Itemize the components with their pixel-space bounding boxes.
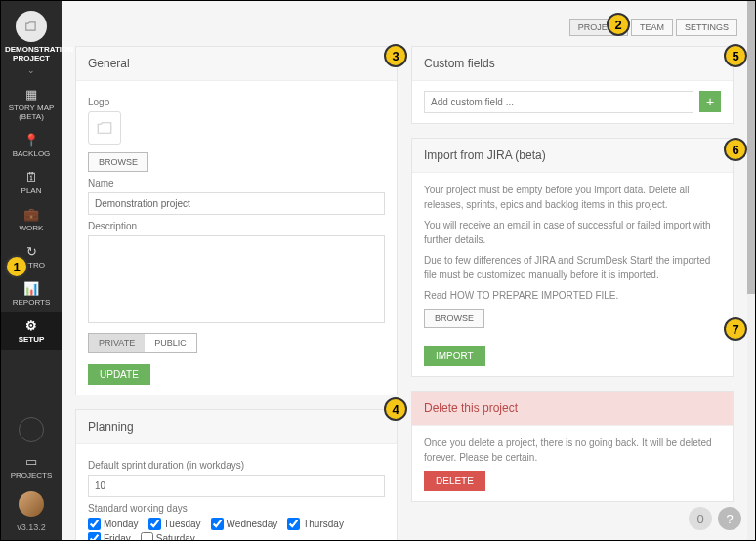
day-checkbox[interactable] <box>287 518 300 530</box>
browse-logo-button[interactable]: BROWSE <box>88 152 148 172</box>
footer-icons: 0 ? <box>689 507 741 530</box>
callout-3: 3 <box>384 44 407 67</box>
day-checkbox[interactable] <box>141 532 153 540</box>
jira-text-1: Your project must be empty before you im… <box>424 183 721 212</box>
day-wednesday[interactable]: Wednesday <box>211 518 278 530</box>
nav-icon: 📍 <box>3 133 60 147</box>
day-checkbox[interactable] <box>88 518 101 530</box>
callout-2: 2 <box>607 13 630 36</box>
callout-1: 1 <box>5 255 28 278</box>
delete-warning-text: Once you delete a project, there is no g… <box>424 436 721 465</box>
nav-label: SETUP <box>19 335 45 344</box>
jira-text-2: You will receive an email in case of suc… <box>424 218 721 247</box>
sidebar-item-story-map-beta-[interactable]: ▦STORY MAP (BETA) <box>1 81 62 127</box>
sidebar-item-reports[interactable]: 📊REPORTS <box>1 275 62 312</box>
delete-button[interactable]: DELETE <box>424 471 485 491</box>
project-avatar-icon[interactable] <box>16 11 47 42</box>
content: General Logo BROWSE Name Description PRI… <box>62 1 747 540</box>
panel-custom-fields-header: Custom fields <box>412 47 733 81</box>
nav-icon: 🗓 <box>3 170 60 185</box>
day-saturday[interactable]: Saturday <box>141 532 195 540</box>
day-checkbox[interactable] <box>148 518 161 530</box>
jira-text-3: Due to few differences of JIRA and Scrum… <box>424 253 721 282</box>
nav-icon: ▦ <box>3 87 60 102</box>
import-button[interactable]: IMPORT <box>424 346 485 366</box>
panel-planning-header: Planning <box>76 410 397 444</box>
sidebar-item-plan[interactable]: 🗓PLAN <box>1 164 62 201</box>
nav-label: STORY MAP (BETA) <box>9 104 55 121</box>
timer-icon[interactable] <box>19 417 44 442</box>
privacy-toggle: PRIVATE PUBLIC <box>88 333 197 353</box>
nav-label: PLAN <box>21 187 42 195</box>
folder-icon: ▭ <box>3 454 60 469</box>
add-custom-field-button[interactable]: + <box>699 91 721 112</box>
callout-5: 5 <box>724 44 747 67</box>
callout-7: 7 <box>724 317 747 341</box>
day-friday[interactable]: Friday <box>88 532 131 540</box>
day-checkbox[interactable] <box>211 518 224 530</box>
custom-field-input[interactable] <box>424 91 693 113</box>
day-monday[interactable]: Monday <box>88 518 139 530</box>
nav-icon: ⚙ <box>3 318 60 333</box>
callout-4: 4 <box>384 397 407 421</box>
sidebar-item-backlog[interactable]: 📍BACKLOG <box>1 127 62 164</box>
panel-custom-fields: Custom fields + <box>411 46 734 124</box>
description-input[interactable] <box>88 235 385 323</box>
nav-icon: 📊 <box>3 281 60 296</box>
nav-icon: 💼 <box>3 207 60 222</box>
day-thursday[interactable]: Thursday <box>287 518 344 530</box>
logo-label: Logo <box>88 97 385 107</box>
notification-count[interactable]: 0 <box>689 507 712 530</box>
browse-jira-button[interactable]: BROWSE <box>424 309 484 328</box>
description-label: Description <box>88 221 385 231</box>
duration-label: Default sprint duration (in workdays) <box>88 460 385 471</box>
logo-preview <box>88 111 121 145</box>
project-name: DEMONSTRATION PROJECT <box>1 46 62 65</box>
panel-jira-header: Import from JIRA (beta) <box>412 139 733 173</box>
panel-jira-import: Import from JIRA (beta) Your project mus… <box>411 138 734 377</box>
nav-label: REPORTS <box>13 298 51 307</box>
privacy-private[interactable]: PRIVATE <box>89 334 145 352</box>
panel-delete-header: Delete this project <box>412 392 733 426</box>
callout-6: 6 <box>724 138 747 161</box>
nav-label: BACKLOG <box>13 149 51 158</box>
panel-general-header: General <box>76 47 397 81</box>
update-button[interactable]: UPDATE <box>88 364 150 385</box>
sidebar-item-projects[interactable]: ▭ PROJECTS <box>1 448 62 485</box>
chevron-down-icon[interactable]: ⌄ <box>1 65 62 75</box>
sidebar-item-setup[interactable]: ⚙SETUP <box>1 312 62 350</box>
scrollbar[interactable] <box>747 1 755 540</box>
day-tuesday[interactable]: Tuesday <box>148 518 201 530</box>
workdays-label: Standard working days <box>88 503 385 514</box>
panel-planning: Planning Default sprint duration (in wor… <box>75 409 398 540</box>
name-label: Name <box>88 178 385 188</box>
scrollbar-thumb[interactable] <box>747 1 755 294</box>
jira-text-4: Read HOW TO PREPARE IMPORTED FILE. <box>424 288 721 303</box>
duration-input[interactable] <box>88 475 385 497</box>
nav-label: WORK <box>20 224 44 232</box>
privacy-public[interactable]: PUBLIC <box>145 334 196 352</box>
projects-label: PROJECTS <box>11 471 53 479</box>
sidebar-item-work[interactable]: 💼WORK <box>1 201 62 238</box>
panel-delete-project: Delete this project Once you delete a pr… <box>411 391 734 502</box>
user-avatar[interactable] <box>19 491 44 517</box>
project-name-input[interactable] <box>88 192 385 215</box>
day-checkbox[interactable] <box>88 532 101 540</box>
help-icon[interactable]: ? <box>718 507 741 530</box>
panel-general: General Logo BROWSE Name Description PRI… <box>75 46 398 395</box>
version-label: v3.13.2 <box>1 522 62 540</box>
